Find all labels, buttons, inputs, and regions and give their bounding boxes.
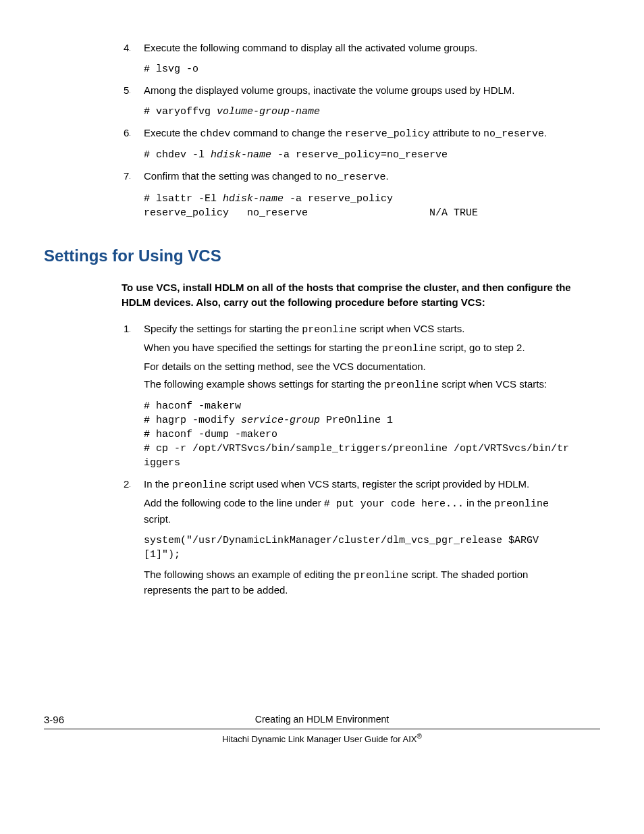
step-text: Specify the settings for starting the pr… bbox=[144, 321, 573, 338]
section-heading: Settings for Using VCS bbox=[44, 244, 600, 268]
step-number: 4. bbox=[122, 41, 144, 82]
vcs-step-2: 2. In the preonline script used when VCS… bbox=[122, 477, 573, 598]
step-text: In the preonline script used when VCS st… bbox=[144, 477, 573, 493]
step-text: Among the displayed volume groups, inact… bbox=[144, 83, 573, 98]
step-text: The following shows an example of editin… bbox=[144, 567, 573, 598]
code-block: # lsattr -El hdisk-name -a reserve_polic… bbox=[144, 192, 573, 220]
page-number: 3-96 bbox=[44, 712, 64, 727]
ordered-list-vcs: 1. Specify the settings for starting the… bbox=[122, 321, 573, 598]
code-block: # lsvg -o bbox=[144, 62, 573, 76]
step-6: 6. Execute the chdev command to change t… bbox=[122, 126, 573, 168]
step-4: 4. Execute the following command to disp… bbox=[122, 41, 573, 82]
page-footer: 3-96 Creating an HDLM Environment Hitach… bbox=[44, 712, 600, 746]
code-block: # varyoffvg volume-group-name bbox=[144, 105, 573, 119]
step-number: 5. bbox=[122, 83, 144, 124]
step-number: 7. bbox=[122, 169, 144, 226]
code-block: # haconf -makerw # hagrp -modify service… bbox=[144, 399, 573, 470]
step-text: Execute the chdev command to change the … bbox=[144, 126, 573, 142]
footer-title: Creating an HDLM Environment bbox=[44, 712, 600, 729]
ordered-list-top: 4. Execute the following command to disp… bbox=[122, 41, 573, 226]
code-block: system("/usr/DynamicLinkManager/cluster/… bbox=[144, 533, 573, 562]
footer-subtitle: Hitachi Dynamic Link Manager User Guide … bbox=[44, 732, 600, 746]
step-text: Confirm that the setting was changed to … bbox=[144, 169, 573, 185]
step-text: When you have specified the settings for… bbox=[144, 340, 573, 357]
step-number: 1. bbox=[122, 321, 144, 475]
step-text: For details on the setting method, see t… bbox=[144, 359, 573, 374]
section-intro: To use VCS, install HDLM on all of the h… bbox=[122, 280, 573, 310]
step-5: 5. Among the displayed volume groups, in… bbox=[122, 83, 573, 124]
step-number: 6. bbox=[122, 126, 144, 168]
step-number: 2. bbox=[122, 477, 144, 598]
code-block: # chdev -l hdisk-name -a reserve_policy=… bbox=[144, 148, 573, 162]
vcs-step-1: 1. Specify the settings for starting the… bbox=[122, 321, 573, 475]
step-text: The following example shows settings for… bbox=[144, 377, 573, 393]
step-text: Add the following code to the line under… bbox=[144, 496, 573, 527]
step-7: 7. Confirm that the setting was changed … bbox=[122, 169, 573, 226]
step-text: Execute the following command to display… bbox=[144, 41, 573, 55]
